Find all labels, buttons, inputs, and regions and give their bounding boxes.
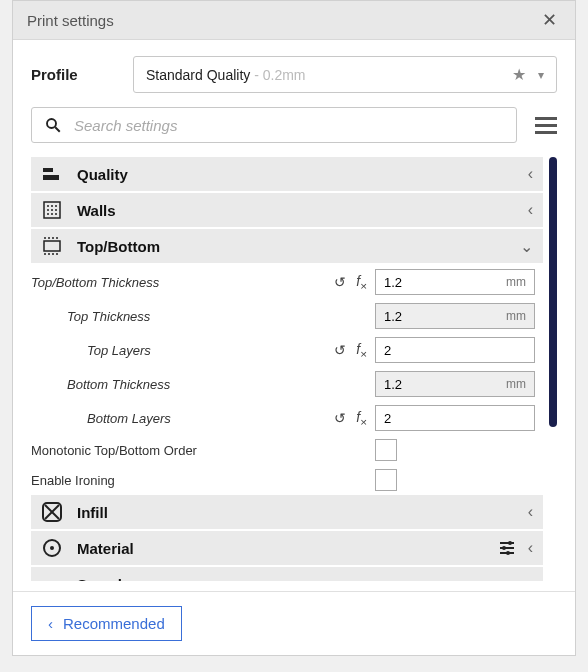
input-bottom-layers[interactable] xyxy=(375,405,535,431)
reset-icon[interactable]: ↺ xyxy=(334,274,346,290)
fx-icon[interactable]: f× xyxy=(356,341,367,360)
input-bottom-thickness[interactable]: mm xyxy=(375,371,535,397)
checkbox-monotonic[interactable] xyxy=(375,439,397,461)
speed-icon xyxy=(41,573,63,581)
search-row xyxy=(31,107,557,143)
svg-point-0 xyxy=(47,119,56,128)
input-top-layers[interactable] xyxy=(375,337,535,363)
svg-point-5 xyxy=(47,205,49,207)
settings-list: Quality ‹ Walls ‹ Top/Bottom ⌄ Top/Botto… xyxy=(31,157,543,581)
checkbox-enable-ironing[interactable] xyxy=(375,469,397,491)
setting-top-bottom-thickness: Top/Bottom Thickness ↺ f× mm xyxy=(31,265,543,299)
settings-area: Quality ‹ Walls ‹ Top/Bottom ⌄ Top/Botto… xyxy=(31,157,557,581)
svg-point-10 xyxy=(55,209,57,211)
scrollbar[interactable] xyxy=(549,157,557,427)
fx-icon[interactable]: f× xyxy=(356,409,367,428)
category-infill[interactable]: Infill ‹ xyxy=(31,495,543,529)
svg-point-7 xyxy=(55,205,57,207)
category-speed[interactable]: Speed ‹ xyxy=(31,567,543,581)
chevron-left-icon: ‹ xyxy=(528,539,533,557)
walls-icon xyxy=(41,199,63,221)
close-icon[interactable]: ✕ xyxy=(538,9,561,31)
profile-label: Profile xyxy=(31,66,117,83)
svg-point-13 xyxy=(55,213,57,215)
chevron-left-icon: ‹ xyxy=(528,165,533,183)
quality-icon xyxy=(41,163,63,185)
svg-point-21 xyxy=(50,546,54,550)
svg-point-25 xyxy=(502,546,506,550)
svg-rect-14 xyxy=(44,241,60,251)
chevron-down-icon: ▾ xyxy=(538,68,544,82)
setting-enable-ironing: Enable Ironing xyxy=(31,465,543,495)
setting-bottom-layers: Bottom Layers ↺ f× xyxy=(31,401,543,435)
svg-rect-3 xyxy=(43,175,59,180)
svg-rect-2 xyxy=(43,168,53,172)
profile-name: Standard Quality - 0.2mm xyxy=(146,66,306,84)
search-input[interactable] xyxy=(74,117,504,134)
top-bottom-icon xyxy=(41,235,63,257)
reset-icon[interactable]: ↺ xyxy=(334,410,346,426)
infill-icon xyxy=(41,501,63,523)
svg-point-27 xyxy=(506,551,510,555)
star-icon[interactable]: ★ xyxy=(512,65,526,84)
sliders-icon[interactable] xyxy=(498,539,516,557)
search-box[interactable] xyxy=(31,107,517,143)
svg-point-9 xyxy=(51,209,53,211)
setting-top-layers: Top Layers ↺ f× xyxy=(31,333,543,367)
footer: ‹ Recommended xyxy=(13,591,575,655)
setting-bottom-thickness: Bottom Thickness mm xyxy=(31,367,543,401)
category-top-bottom[interactable]: Top/Bottom ⌄ xyxy=(31,229,543,263)
chevron-left-icon: ‹ xyxy=(528,575,533,581)
search-icon xyxy=(44,116,62,134)
svg-point-8 xyxy=(47,209,49,211)
titlebar: Print settings ✕ xyxy=(13,1,575,40)
chevron-down-icon: ⌄ xyxy=(520,237,533,256)
category-walls[interactable]: Walls ‹ xyxy=(31,193,543,227)
setting-monotonic: Monotonic Top/Bottom Order xyxy=(31,435,543,465)
print-settings-panel: Print settings ✕ Profile Standard Qualit… xyxy=(12,0,576,656)
chevron-left-icon: ‹ xyxy=(528,503,533,521)
profile-row: Profile Standard Quality - 0.2mm ★ ▾ xyxy=(31,56,557,93)
chevron-left-icon: ‹ xyxy=(528,201,533,219)
input-top-thickness[interactable]: mm xyxy=(375,303,535,329)
category-quality[interactable]: Quality ‹ xyxy=(31,157,543,191)
reset-icon[interactable]: ↺ xyxy=(334,342,346,358)
panel-body: Profile Standard Quality - 0.2mm ★ ▾ xyxy=(13,40,575,591)
hamburger-menu-icon[interactable] xyxy=(535,117,557,134)
svg-point-6 xyxy=(51,205,53,207)
titlebar-title: Print settings xyxy=(27,12,114,29)
svg-point-23 xyxy=(508,541,512,545)
profile-select[interactable]: Standard Quality - 0.2mm ★ ▾ xyxy=(133,56,557,93)
fx-icon[interactable]: f× xyxy=(356,273,367,292)
setting-top-thickness: Top Thickness mm xyxy=(31,299,543,333)
chevron-left-icon: ‹ xyxy=(48,615,53,632)
category-material[interactable]: Material ‹ xyxy=(31,531,543,565)
svg-point-11 xyxy=(47,213,49,215)
recommended-button[interactable]: ‹ Recommended xyxy=(31,606,182,641)
svg-line-1 xyxy=(55,127,60,132)
material-icon xyxy=(41,537,63,559)
svg-point-12 xyxy=(51,213,53,215)
input-top-bottom-thickness[interactable]: mm xyxy=(375,269,535,295)
